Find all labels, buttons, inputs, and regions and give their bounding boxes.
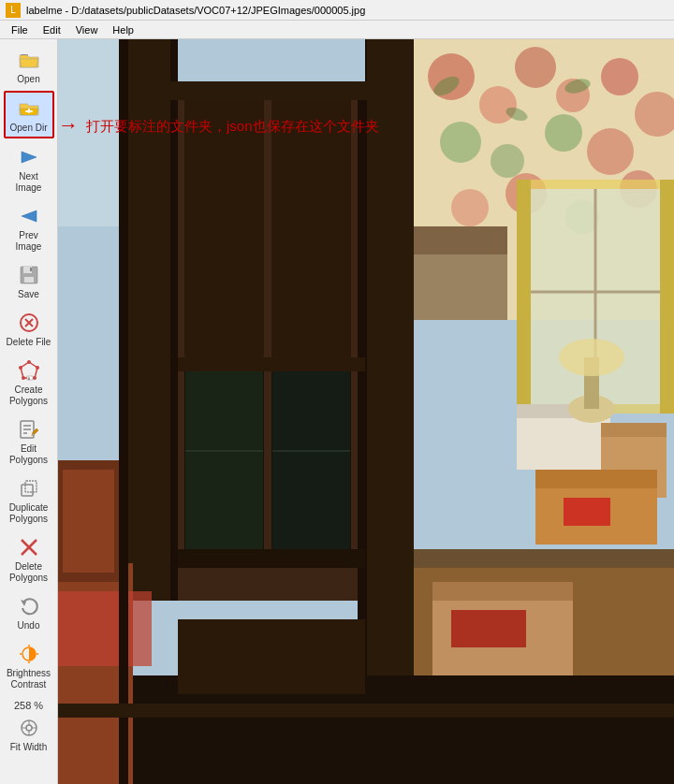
duplicate-polygons-label: Duplicate Polygons bbox=[7, 502, 51, 525]
svg-rect-102 bbox=[272, 369, 350, 551]
svg-rect-7 bbox=[24, 277, 34, 283]
svg-rect-86 bbox=[564, 498, 610, 526]
edit-icon bbox=[16, 416, 42, 443]
room-scene bbox=[58, 39, 674, 784]
brightness-contrast-button[interactable]: Brightness Contrast bbox=[4, 637, 54, 694]
svg-rect-94 bbox=[414, 549, 674, 568]
delete-polygons-label: Delete Polygons bbox=[7, 561, 51, 584]
edit-polygons-button[interactable]: Edit Polygons bbox=[4, 413, 54, 470]
svg-rect-51 bbox=[367, 39, 414, 694]
svg-rect-99 bbox=[58, 591, 152, 666]
svg-rect-95 bbox=[58, 675, 674, 784]
open-dir-label: Open Dir bbox=[9, 123, 47, 134]
svg-rect-44 bbox=[170, 39, 178, 601]
svg-line-24 bbox=[32, 432, 33, 436]
svg-rect-101 bbox=[185, 369, 263, 551]
svg-point-57 bbox=[515, 47, 556, 88]
edit-polygons-label: Edit Polygons bbox=[7, 443, 51, 466]
brightness-icon bbox=[16, 641, 42, 667]
open-dir-icon bbox=[16, 95, 42, 122]
next-arrow-icon bbox=[16, 144, 42, 170]
svg-point-62 bbox=[491, 144, 524, 178]
svg-rect-100 bbox=[119, 39, 128, 784]
delete-file-label: Delete File bbox=[7, 337, 51, 348]
menu-edit[interactable]: Edit bbox=[36, 23, 68, 36]
open-dir-button[interactable]: Open Dir bbox=[4, 91, 54, 138]
zoom-level: 258 % bbox=[0, 700, 57, 711]
svg-marker-4 bbox=[22, 211, 37, 222]
open-file-icon bbox=[16, 47, 42, 73]
svg-rect-106 bbox=[178, 549, 365, 568]
svg-point-65 bbox=[451, 189, 489, 226]
delete-file-button[interactable]: Delete File bbox=[4, 306, 54, 352]
delete-polygons-button[interactable]: Delete Polygons bbox=[4, 530, 54, 588]
title-text: labelme - D:/datasets/publicDatasets/VOC… bbox=[26, 5, 365, 16]
svg-point-56 bbox=[479, 86, 517, 123]
next-image-label: Next Image bbox=[7, 171, 51, 194]
zoom-status: 258 % bbox=[0, 700, 57, 711]
fit-width-label: Fit Width bbox=[10, 742, 47, 753]
svg-rect-26 bbox=[25, 481, 37, 492]
undo-label: Undo bbox=[18, 620, 40, 632]
create-polygons-button[interactable]: A Create Polygons bbox=[4, 354, 54, 411]
svg-rect-98 bbox=[63, 470, 114, 573]
svg-rect-25 bbox=[22, 485, 33, 496]
fit-width-button[interactable]: Fit Width bbox=[4, 711, 54, 757]
save-icon bbox=[16, 262, 42, 288]
svg-rect-46 bbox=[184, 95, 264, 357]
menu-view[interactable]: View bbox=[68, 23, 106, 36]
svg-point-16 bbox=[22, 376, 25, 380]
prev-image-button[interactable]: Prev Image bbox=[4, 199, 54, 256]
prev-image-label: Prev Image bbox=[7, 230, 51, 253]
app-icon: L bbox=[6, 3, 21, 18]
svg-point-13 bbox=[27, 360, 31, 364]
next-image-button[interactable]: Next Image bbox=[4, 140, 54, 197]
canvas-area[interactable]: → 打开要标注的文件夹，json也保存在这个文件夹 bbox=[58, 39, 674, 784]
menu-help[interactable]: Help bbox=[105, 23, 141, 36]
save-label: Save bbox=[18, 289, 39, 300]
brightness-contrast-label: Brightness Contrast bbox=[7, 668, 51, 690]
sidebar: Open Open Dir Next Image bbox=[0, 39, 58, 784]
delete-x-icon bbox=[16, 534, 42, 560]
svg-text:A: A bbox=[28, 377, 30, 381]
duplicate-polygons-button[interactable]: Duplicate Polygons bbox=[4, 472, 54, 529]
svg-rect-43 bbox=[124, 39, 170, 601]
open-label: Open bbox=[17, 74, 39, 85]
svg-point-64 bbox=[587, 128, 634, 175]
undo-button[interactable]: Undo bbox=[4, 589, 54, 635]
svg-rect-107 bbox=[178, 619, 365, 694]
fit-width-icon bbox=[16, 715, 42, 741]
svg-rect-93 bbox=[451, 610, 526, 647]
main-layout: Open Open Dir Next Image bbox=[0, 39, 674, 784]
svg-rect-108 bbox=[58, 704, 674, 718]
prev-arrow-icon bbox=[16, 203, 42, 229]
svg-rect-105 bbox=[178, 357, 365, 371]
save-button[interactable]: Save bbox=[4, 258, 54, 304]
svg-rect-53 bbox=[124, 81, 414, 100]
svg-point-89 bbox=[559, 339, 624, 376]
svg-rect-92 bbox=[432, 582, 573, 601]
svg-rect-2 bbox=[28, 109, 30, 113]
menu-file[interactable]: File bbox=[4, 23, 36, 36]
duplicate-icon bbox=[16, 475, 42, 501]
open-button[interactable]: Open bbox=[4, 43, 54, 89]
polygon-icon: A bbox=[16, 357, 42, 384]
svg-rect-76 bbox=[660, 180, 674, 414]
svg-marker-3 bbox=[22, 152, 37, 163]
svg-rect-73 bbox=[414, 226, 507, 320]
undo-icon bbox=[16, 593, 42, 619]
svg-point-59 bbox=[601, 58, 638, 95]
svg-rect-8 bbox=[30, 268, 32, 271]
svg-rect-85 bbox=[535, 470, 657, 488]
svg-rect-47 bbox=[271, 95, 351, 357]
svg-rect-83 bbox=[601, 423, 667, 437]
svg-point-61 bbox=[440, 122, 481, 163]
delete-circle-icon bbox=[16, 310, 42, 336]
svg-rect-75 bbox=[517, 180, 531, 414]
svg-point-15 bbox=[33, 376, 37, 380]
menubar: File Edit View Help bbox=[0, 21, 674, 39]
create-polygons-label: Create Polygons bbox=[7, 385, 51, 407]
titlebar: L labelme - D:/datasets/publicDatasets/V… bbox=[0, 0, 674, 21]
svg-point-63 bbox=[545, 114, 582, 152]
svg-point-14 bbox=[36, 366, 39, 370]
